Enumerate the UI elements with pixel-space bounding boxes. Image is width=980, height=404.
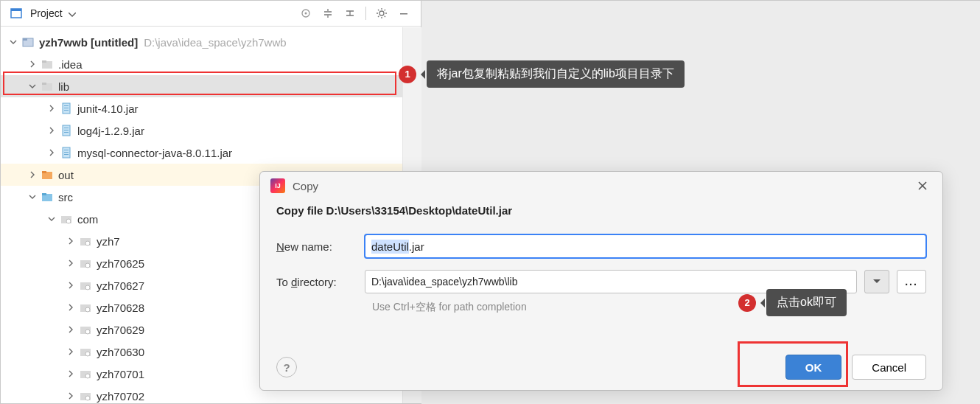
tree-item-lib[interactable]: lib bbox=[1, 75, 421, 97]
folder-icon bbox=[41, 80, 54, 93]
tree-label: mysql-connector-java-8.0.11.jar bbox=[77, 147, 232, 159]
svg-rect-15 bbox=[64, 110, 69, 111]
tree-label: yzh70630 bbox=[97, 346, 144, 358]
svg-point-3 bbox=[305, 13, 307, 15]
package-icon bbox=[79, 257, 92, 270]
callout-tip-1: 将jar包复制粘贴到我们自定义的lib项目目录下 bbox=[427, 60, 685, 88]
tree-label: yzh70627 bbox=[97, 279, 144, 292]
tree-item-jar[interactable]: log4j-1.2.9.jar bbox=[1, 119, 421, 142]
chevron-right-icon[interactable] bbox=[66, 236, 76, 246]
chevron-down-icon bbox=[69, 7, 76, 19]
svg-point-39 bbox=[85, 330, 90, 334]
folder-icon bbox=[41, 58, 54, 71]
tree-item-jar[interactable]: mysql-connector-java-8.0.11.jar bbox=[1, 142, 421, 164]
dialog-titlebar[interactable]: IJ Copy bbox=[260, 172, 942, 200]
chevron-down-icon[interactable] bbox=[46, 214, 57, 224]
project-icon bbox=[10, 7, 23, 20]
callout-badge-1: 1 bbox=[399, 66, 416, 83]
chevron-right-icon[interactable] bbox=[46, 125, 57, 136]
chevron-right-icon[interactable] bbox=[66, 258, 76, 268]
to-directory-label: To directory: bbox=[276, 276, 365, 288]
jar-icon bbox=[60, 102, 73, 115]
ok-button[interactable]: OK bbox=[785, 355, 842, 380]
dialog-heading: Copy file D:\Users\33154\Desktop\dateUti… bbox=[276, 204, 926, 217]
gear-icon[interactable] bbox=[372, 4, 391, 23]
svg-point-4 bbox=[379, 11, 384, 15]
chevron-down-icon[interactable] bbox=[27, 192, 38, 202]
locate-icon[interactable] bbox=[296, 4, 315, 23]
tree-label: .idea bbox=[58, 58, 83, 71]
help-button[interactable]: ? bbox=[276, 357, 297, 377]
close-icon[interactable] bbox=[913, 176, 932, 195]
callout-tip-2: 点击ok即可 bbox=[766, 289, 847, 316]
svg-point-43 bbox=[85, 374, 90, 378]
chevron-right-icon[interactable] bbox=[66, 280, 76, 290]
package-icon bbox=[79, 279, 92, 292]
root-name: yzh7wwb bbox=[39, 36, 88, 49]
svg-point-33 bbox=[85, 263, 90, 268]
svg-rect-17 bbox=[64, 128, 69, 128]
jar-icon bbox=[60, 124, 73, 137]
chevron-down-icon[interactable] bbox=[27, 81, 38, 91]
project-header: Project bbox=[1, 1, 421, 27]
expand-all-icon[interactable] bbox=[318, 4, 337, 23]
chevron-right-icon[interactable] bbox=[46, 103, 57, 114]
out-folder-icon bbox=[41, 168, 54, 181]
dialog-title: Copy bbox=[293, 180, 318, 192]
tree-item-idea[interactable]: .idea bbox=[1, 53, 421, 75]
intellij-icon: IJ bbox=[270, 178, 285, 193]
chevron-right-icon[interactable] bbox=[66, 302, 76, 313]
package-icon bbox=[79, 367, 92, 380]
svg-rect-27 bbox=[42, 193, 46, 195]
project-title-text: Project bbox=[30, 7, 63, 19]
package-icon bbox=[79, 234, 92, 248]
svg-rect-13 bbox=[64, 105, 69, 106]
tree-label: com bbox=[77, 213, 98, 226]
new-name-ext: .jar bbox=[409, 240, 424, 253]
svg-rect-5 bbox=[400, 13, 407, 15]
copy-dialog: IJ Copy Copy file D:\Users\33154\Desktop… bbox=[259, 171, 943, 391]
minimize-icon[interactable] bbox=[394, 4, 413, 23]
svg-point-29 bbox=[66, 219, 71, 223]
chevron-down-icon[interactable] bbox=[8, 37, 18, 47]
chevron-right-icon[interactable] bbox=[46, 147, 57, 158]
tree-label: junit-4.10.jar bbox=[77, 102, 139, 115]
tree-label: out bbox=[58, 169, 74, 181]
chevron-right-icon[interactable] bbox=[66, 369, 76, 379]
chevron-right-icon[interactable] bbox=[66, 324, 76, 335]
callout-badge-2: 2 bbox=[738, 294, 756, 312]
svg-rect-9 bbox=[42, 60, 46, 63]
tree-label: log4j-1.2.9.jar bbox=[77, 125, 144, 137]
chevron-right-icon[interactable] bbox=[66, 391, 76, 401]
browse-button[interactable]: ... bbox=[897, 270, 926, 293]
cancel-button[interactable]: Cancel bbox=[852, 355, 926, 380]
svg-rect-14 bbox=[64, 108, 69, 108]
history-dropdown-button[interactable] bbox=[864, 270, 889, 293]
new-name-input[interactable]: dateUtil.jar bbox=[365, 234, 926, 258]
collapse-all-icon[interactable] bbox=[340, 4, 360, 23]
package-icon bbox=[79, 345, 92, 358]
tree-root[interactable]: yzh7wwb [untitled] D:\java\idea_space\yz… bbox=[1, 31, 421, 53]
package-icon bbox=[79, 323, 92, 336]
tree-label: yzh70701 bbox=[97, 368, 144, 380]
tree-label: yzh70702 bbox=[97, 390, 144, 403]
chevron-right-icon[interactable] bbox=[27, 59, 38, 69]
svg-rect-1 bbox=[11, 9, 21, 11]
chevron-right-icon[interactable] bbox=[27, 170, 38, 180]
tree-label: yzh70629 bbox=[97, 324, 144, 336]
package-icon bbox=[60, 212, 73, 226]
project-title[interactable]: Project bbox=[4, 7, 82, 20]
new-name-label: New name: bbox=[276, 240, 365, 253]
tree-item-jar[interactable]: junit-4.10.jar bbox=[1, 97, 421, 119]
tree-label: yzh70625 bbox=[97, 257, 144, 270]
svg-point-37 bbox=[85, 307, 90, 312]
new-name-selection: dateUtil bbox=[371, 240, 409, 254]
to-directory-value: D:\java\idea_space\yzh7wwb\lib bbox=[371, 276, 517, 288]
chevron-right-icon[interactable] bbox=[66, 346, 76, 357]
root-tag: [untitled] bbox=[91, 36, 138, 49]
package-icon bbox=[79, 301, 92, 314]
svg-rect-23 bbox=[64, 154, 69, 155]
module-icon bbox=[21, 35, 35, 49]
src-folder-icon bbox=[41, 190, 54, 203]
svg-rect-21 bbox=[64, 150, 69, 150]
